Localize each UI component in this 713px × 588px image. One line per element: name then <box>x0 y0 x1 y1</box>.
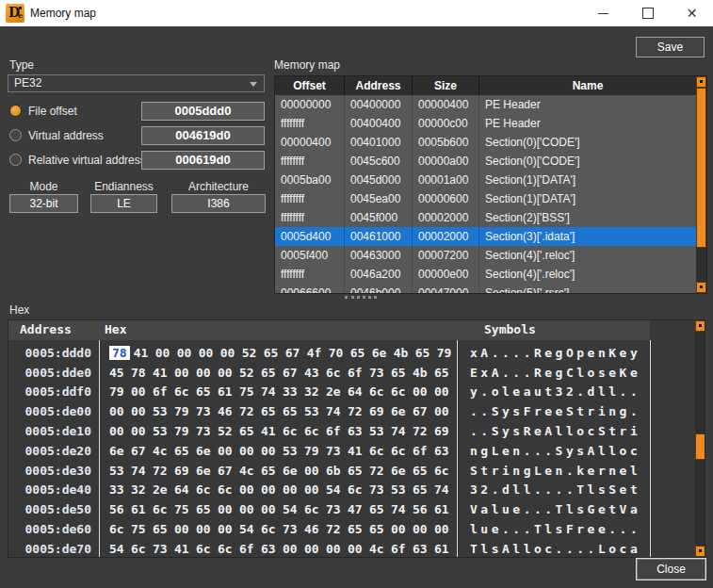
virtual-address-field[interactable]: 004619d0 <box>141 126 265 145</box>
memory-map-row[interactable]: 0005ba000045d00000001a00Section(1)['DATA… <box>275 171 706 189</box>
memory-map-cell: Section(5)['.rsrc'] <box>479 284 696 294</box>
hex-address: 0005:de60 <box>8 522 99 536</box>
memory-map-cell: 00000c00 <box>413 114 479 133</box>
memory-map-cell: Section(0)['CODE'] <box>479 133 696 152</box>
memory-map-row[interactable]: 00000400004010000005b600Section(0)['CODE… <box>275 133 706 152</box>
save-button[interactable]: Save <box>636 37 705 57</box>
hex-bytes: 537472696e674c656e006b65726e656c <box>99 464 457 478</box>
radio-relative-virtual-address-label[interactable]: Relative virtual address <box>28 154 146 167</box>
memory-map-row[interactable]: ffffffff0046a20000000e00Section(4)['.rel… <box>275 265 706 284</box>
hex-row[interactable]: 0005:de5056616c7565000000546c73476574566… <box>8 499 695 519</box>
memory-map-cell: 00400400 <box>345 114 413 133</box>
column-header-name[interactable]: Name <box>479 76 696 95</box>
memory-map-row[interactable]: 000666000046b00000047000Section(5)['.rsr… <box>275 284 706 294</box>
memory-map-cell: 00461000 <box>345 227 413 246</box>
scroll-down-icon[interactable] <box>695 546 705 557</box>
memory-map-cell: Section(4)['.reloc'] <box>479 265 696 284</box>
memory-map-cell: ffffffff <box>275 114 345 133</box>
chevron-down-icon <box>250 82 257 87</box>
memory-map-scrollbar[interactable] <box>696 76 706 293</box>
memory-map-row[interactable]: ffffffff0040040000000c00PE Header <box>275 114 706 133</box>
architecture-button[interactable]: I386 <box>171 194 266 213</box>
hex-row[interactable]: 0005:de206e674c656e000000537973416c6c6f6… <box>8 441 695 461</box>
memory-map-row[interactable]: 000000000040000000000400PE Header <box>275 95 706 114</box>
hex-bytes: 546c73416c6c6f63000000004c6f6361 <box>99 542 457 556</box>
hex-symbols: xA....RegOpenKey <box>457 346 695 360</box>
hex-symbols: ngLen...SysAlloc <box>457 444 695 458</box>
memory-map-cell: 0046a200 <box>345 265 413 284</box>
hex-body[interactable]: 0005:ddd07841000000005265674f70656e4b657… <box>8 340 695 558</box>
file-offset-field[interactable]: 0005ddd0 <box>141 102 265 121</box>
hex-header: Address Hex Symbols <box>8 320 650 340</box>
memory-map-cell: ffffffff <box>275 152 345 171</box>
type-label: Type <box>9 58 34 72</box>
hex-row[interactable]: 0005:dde0457841000000526567436c6f73654b6… <box>8 363 695 383</box>
hex-row[interactable]: 0005:de606c7565000000546c734672656500000… <box>8 519 695 539</box>
hex-column-address: Address <box>20 322 72 336</box>
maximize-button[interactable] <box>626 0 669 26</box>
memory-map-cell: 00000e00 <box>413 265 479 284</box>
memory-map-cell: 00000000 <box>275 95 345 114</box>
memory-map-cell: 00001a00 <box>413 171 479 189</box>
memory-map-cell: 0045d000 <box>345 171 413 189</box>
hex-row[interactable]: 0005:de4033322e646c6c00000000546c7353657… <box>8 481 695 500</box>
hex-address: 0005:ddd0 <box>8 346 99 360</box>
memory-map-cell: 00463000 <box>345 246 413 265</box>
radio-virtual-address-label[interactable]: Virtual address <box>28 129 104 142</box>
hex-scrollbar-thumb[interactable] <box>695 433 705 460</box>
hex-view: Address Hex Symbols 0005:ddd078410000000… <box>8 319 705 558</box>
hex-row[interactable]: 0005:de00000053797346726565537472696e670… <box>8 401 695 421</box>
minimize-button[interactable] <box>582 0 624 26</box>
column-header-size[interactable]: Size <box>413 76 479 95</box>
close-window-button[interactable]: ✕ <box>671 0 713 26</box>
scroll-down-icon[interactable] <box>696 282 706 293</box>
hex-row[interactable]: 0005:ddd07841000000005265674f70656e4b657… <box>8 343 695 363</box>
hex-row[interactable]: 0005:de1000005379735265416c6c6f635374726… <box>8 421 695 441</box>
scroll-up-icon[interactable] <box>696 76 706 88</box>
memory-map-cell: 0045ea00 <box>345 189 413 208</box>
radio-relative-virtual-address[interactable] <box>9 154 22 166</box>
splitter-handle[interactable] <box>345 296 377 302</box>
column-header-address[interactable]: Address <box>345 76 413 95</box>
memory-map-cell: 0005ba00 <box>275 171 345 189</box>
radio-file-offset[interactable] <box>9 105 22 117</box>
hex-address: 0005:de20 <box>8 444 99 458</box>
mode-button[interactable]: 32-bit <box>9 194 78 213</box>
hex-column-symbols: Symbols <box>484 322 536 336</box>
memory-map-scrollbar-thumb[interactable] <box>696 88 706 248</box>
hex-symbols: Value...TlsGetVa <box>457 502 695 516</box>
memory-map-cell: 00002000 <box>413 208 479 227</box>
radio-file-offset-label[interactable]: File offset <box>28 105 77 118</box>
hex-bytes: 56616c7565000000546c734765745661 <box>99 502 457 516</box>
hex-symbols: ..SysReAllocStri <box>457 424 695 438</box>
hex-row[interactable]: 0005:de30537472696e674c656e006b65726e656… <box>8 461 695 481</box>
memory-map-row[interactable]: ffffffff0045f00000002000Section(2)['BSS'… <box>275 208 706 227</box>
window-title: Memory map <box>30 0 96 26</box>
relative-virtual-address-field[interactable]: 000619d0 <box>141 151 265 170</box>
memory-map-cell: 0045c600 <box>345 152 413 171</box>
app-icon-dot <box>19 7 22 9</box>
memory-map-row[interactable]: ffffffff0045c60000000a00Section(0)['CODE… <box>275 152 706 171</box>
column-header-offset[interactable]: Offset <box>275 76 345 95</box>
memory-map-cell: 00002000 <box>413 227 479 246</box>
memory-map-row[interactable]: 0005f4000046300000007200Section(4)['.rel… <box>275 246 706 265</box>
radio-virtual-address[interactable] <box>9 129 22 141</box>
hex-row[interactable]: 0005:de70546c73416c6c6f63000000004c6f636… <box>8 539 695 558</box>
hex-scrollbar[interactable] <box>695 320 705 557</box>
hex-separator <box>99 340 100 557</box>
type-combobox[interactable]: PE32 <box>8 74 265 92</box>
endianness-button[interactable]: LE <box>90 194 157 213</box>
hex-row[interactable]: 0005:ddf079006f6c6561757433322e646c6c000… <box>8 383 695 402</box>
hex-address: 0005:de40 <box>8 482 99 497</box>
scroll-up-icon[interactable] <box>695 320 705 332</box>
hex-byte-cursor: 78 <box>109 346 130 360</box>
memory-map-cell: Section(3)['.idata'] <box>479 227 696 246</box>
hex-bytes: 6c7565000000546c7346726565000000 <box>99 522 457 536</box>
memory-map-cell: 00401000 <box>345 133 413 152</box>
close-button[interactable]: Close <box>637 559 705 580</box>
memory-map-row[interactable]: 0005d4000046100000002000Section(3)['.ida… <box>275 227 706 246</box>
memory-map-row[interactable]: ffffffff0045ea0000000600Section(1)['DATA… <box>275 189 706 208</box>
hex-bytes: 00005379735265416c6c6f6353747269 <box>99 424 457 438</box>
memory-map-cell: ffffffff <box>275 189 345 208</box>
memory-map-cell: Section(1)['DATA'] <box>479 171 696 189</box>
